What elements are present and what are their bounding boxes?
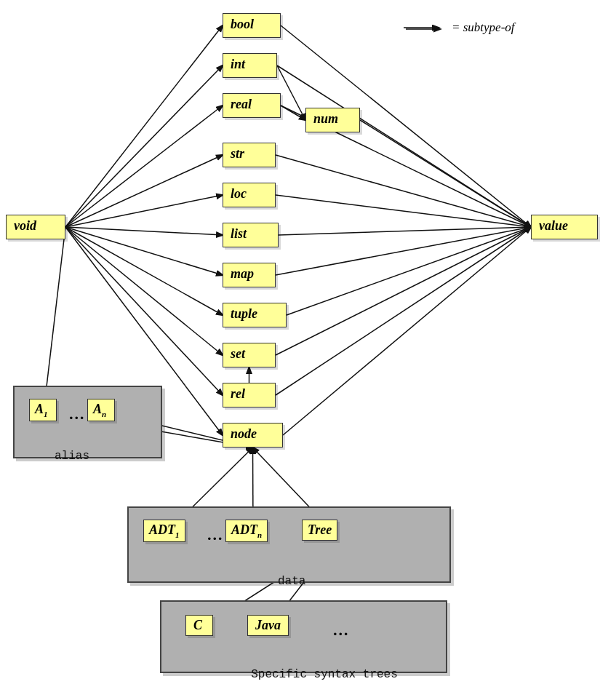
svg-line-1 xyxy=(65,65,223,227)
node-list: list xyxy=(223,223,279,247)
svg-line-9 xyxy=(65,227,223,395)
svg-line-6 xyxy=(65,227,223,275)
node-rel: rel xyxy=(223,383,276,407)
svg-line-4 xyxy=(65,195,223,227)
node-bool: bool xyxy=(223,13,281,38)
svg-line-18 xyxy=(287,227,531,315)
alias-dots: … xyxy=(69,405,85,423)
node-loc: loc xyxy=(223,183,276,207)
node-real: real xyxy=(223,93,281,118)
node-set: set xyxy=(223,343,276,367)
svg-line-26 xyxy=(44,227,65,411)
svg-line-20 xyxy=(276,227,531,395)
spec-item-0: C xyxy=(185,615,213,636)
svg-line-21 xyxy=(283,227,531,435)
node-str: str xyxy=(223,143,276,167)
data-item-2: ADTn xyxy=(225,520,268,542)
node-num: num xyxy=(305,108,360,132)
group-alias xyxy=(13,386,162,458)
legend-text: = subtype-of xyxy=(452,20,515,35)
svg-line-23 xyxy=(277,65,305,120)
svg-line-0 xyxy=(65,25,223,227)
svg-line-16 xyxy=(279,227,531,235)
svg-line-22 xyxy=(281,106,305,120)
spec-dots: … xyxy=(333,621,349,640)
alias-item-0: A1 xyxy=(29,399,57,421)
data-item-0: ADT1 xyxy=(143,520,185,542)
svg-line-24 xyxy=(360,120,531,227)
svg-line-5 xyxy=(65,227,223,235)
node-node: node xyxy=(223,423,283,448)
svg-line-7 xyxy=(65,227,223,315)
svg-line-8 xyxy=(65,227,223,355)
svg-line-19 xyxy=(276,227,531,355)
alias-label: alias xyxy=(55,450,89,463)
data-dots: … xyxy=(207,525,223,544)
legend: = subtype-of xyxy=(404,20,515,35)
svg-line-3 xyxy=(65,155,223,227)
group-data xyxy=(127,506,451,583)
alias-item-2: An xyxy=(87,399,115,421)
svg-line-12 xyxy=(277,65,531,227)
data-item-3: Tree xyxy=(302,520,337,541)
data-label: data xyxy=(278,575,305,588)
svg-line-14 xyxy=(276,155,531,227)
node-tuple: tuple xyxy=(223,303,287,327)
specific-label: Specific syntax trees xyxy=(244,668,404,681)
node-map: map xyxy=(223,263,276,287)
node-value: value xyxy=(531,215,598,239)
svg-line-2 xyxy=(65,106,223,227)
svg-line-15 xyxy=(276,195,531,227)
node-int: int xyxy=(223,53,277,78)
spec-item-1: Java xyxy=(247,615,289,636)
group-specific xyxy=(160,600,447,673)
svg-line-17 xyxy=(276,227,531,275)
node-void: void xyxy=(6,215,65,239)
